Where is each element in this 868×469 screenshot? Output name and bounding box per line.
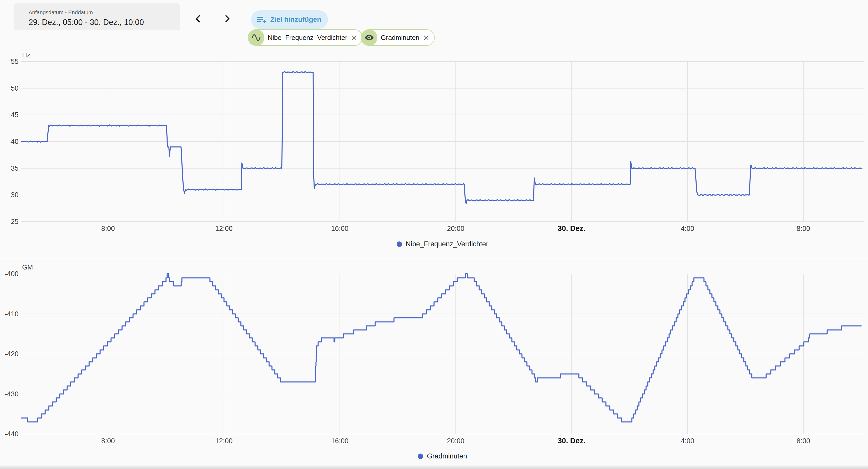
svg-text:20:00: 20:00 bbox=[447, 437, 464, 445]
svg-text:4:00: 4:00 bbox=[681, 225, 694, 232]
history-panel: Anfangsdatum - Enddatum 29. Dez., 05:00 … bbox=[0, 0, 868, 469]
legend-nibe-frequenz[interactable]: Nibe_Frequenz_Verdichter bbox=[21, 240, 864, 248]
svg-text:-420: -420 bbox=[5, 350, 19, 358]
svg-text:8:00: 8:00 bbox=[101, 225, 115, 232]
svg-text:50: 50 bbox=[11, 85, 19, 92]
svg-text:16:00: 16:00 bbox=[331, 437, 348, 445]
svg-text:-430: -430 bbox=[5, 390, 19, 398]
chart-Gradminuten: -400-410-420-430-4408:0012:0016:0020:003… bbox=[5, 263, 864, 445]
svg-text:4:00: 4:00 bbox=[681, 437, 694, 445]
svg-text:8:00: 8:00 bbox=[101, 437, 115, 445]
legend-gradminuten[interactable]: Gradminuten bbox=[21, 452, 864, 460]
svg-text:30: 30 bbox=[11, 191, 19, 199]
svg-text:-410: -410 bbox=[5, 310, 19, 318]
chart-divider bbox=[0, 259, 868, 259]
svg-text:45: 45 bbox=[11, 111, 19, 119]
series-color-dot bbox=[418, 454, 423, 459]
bottom-edge-shadow bbox=[0, 465, 868, 469]
svg-text:-400: -400 bbox=[5, 270, 19, 278]
svg-text:12:00: 12:00 bbox=[215, 437, 233, 445]
legend-label: Nibe_Frequenz_Verdichter bbox=[406, 240, 488, 248]
svg-text:16:00: 16:00 bbox=[331, 225, 348, 232]
svg-text:35: 35 bbox=[11, 164, 19, 172]
series-color-dot bbox=[397, 242, 402, 247]
svg-text:30. Dez.: 30. Dez. bbox=[558, 224, 585, 232]
legend-label: Gradminuten bbox=[427, 452, 467, 460]
svg-text:55: 55 bbox=[11, 58, 19, 65]
svg-text:40: 40 bbox=[11, 138, 19, 146]
svg-text:30. Dez.: 30. Dez. bbox=[558, 437, 585, 445]
series-line bbox=[21, 274, 861, 422]
svg-text:Hz: Hz bbox=[22, 51, 30, 59]
chart-Nibe_Frequenz_Verdichter: 555045403530258:0012:0016:0020:0030. Dez… bbox=[11, 51, 864, 232]
series-line bbox=[21, 71, 861, 204]
svg-text:-440: -440 bbox=[5, 430, 19, 438]
svg-text:8:00: 8:00 bbox=[797, 225, 810, 232]
history-charts[interactable]: 555045403530258:0012:0016:0020:0030. Dez… bbox=[0, 0, 868, 469]
svg-text:8:00: 8:00 bbox=[797, 437, 810, 445]
svg-text:25: 25 bbox=[11, 218, 19, 225]
svg-text:GM: GM bbox=[22, 263, 33, 271]
svg-text:20:00: 20:00 bbox=[447, 225, 464, 232]
svg-text:12:00: 12:00 bbox=[215, 225, 233, 232]
